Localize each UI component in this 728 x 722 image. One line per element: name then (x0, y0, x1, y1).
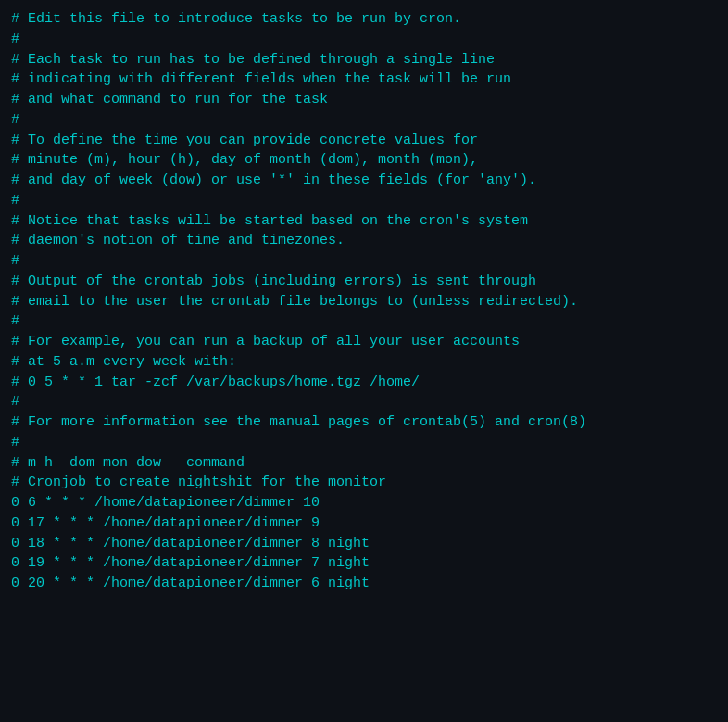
code-line: # To define the time you can provide con… (11, 131, 717, 151)
code-line: # Edit this file to introduce tasks to b… (11, 9, 717, 30)
code-line: # email to the user the crontab file bel… (11, 292, 717, 312)
code-line: # at 5 a.m every week with: (11, 352, 717, 373)
code-line: 0 17 * * * /home/datapioneer/dimmer 9 (11, 513, 717, 534)
code-line: # For example, you can run a backup of a… (11, 332, 717, 352)
code-line: # (11, 433, 717, 453)
code-line: 0 19 * * * /home/datapioneer/dimmer 7 ni… (11, 553, 717, 574)
code-line: 0 6 * * * /home/datapioneer/dimmer 10 (11, 493, 717, 513)
code-line: # indicating with different fields when … (11, 70, 717, 90)
code-line: # (11, 311, 717, 332)
code-line: # m h dom mon dow command (11, 453, 717, 474)
code-line: # daemon's notion of time and timezones. (11, 231, 717, 251)
code-line: # and day of week (dow) or use '*' in th… (11, 171, 717, 191)
code-line: # Output of the crontab jobs (including … (11, 272, 717, 292)
code-line: # (11, 392, 717, 412)
code-line: 0 20 * * * /home/datapioneer/dimmer 6 ni… (11, 574, 717, 594)
code-line: 0 18 * * * /home/datapioneer/dimmer 8 ni… (11, 534, 717, 554)
code-line: # 0 5 * * 1 tar -zcf /var/backups/home.t… (11, 373, 717, 393)
code-line: # (11, 251, 717, 272)
code-line: # Each task to run has to be defined thr… (11, 50, 717, 70)
crontab-editor: # Edit this file to introduce tasks to b… (11, 9, 717, 594)
code-line: # (11, 110, 717, 131)
code-line: # (11, 30, 717, 50)
code-line: # For more information see the manual pa… (11, 412, 717, 433)
code-line: # and what command to run for the task (11, 90, 717, 110)
code-line: # minute (m), hour (h), day of month (do… (11, 150, 717, 171)
code-line: # Cronjob to create nightshit for the mo… (11, 473, 717, 493)
code-line: # Notice that tasks will be started base… (11, 211, 717, 232)
code-line: # (11, 191, 717, 211)
